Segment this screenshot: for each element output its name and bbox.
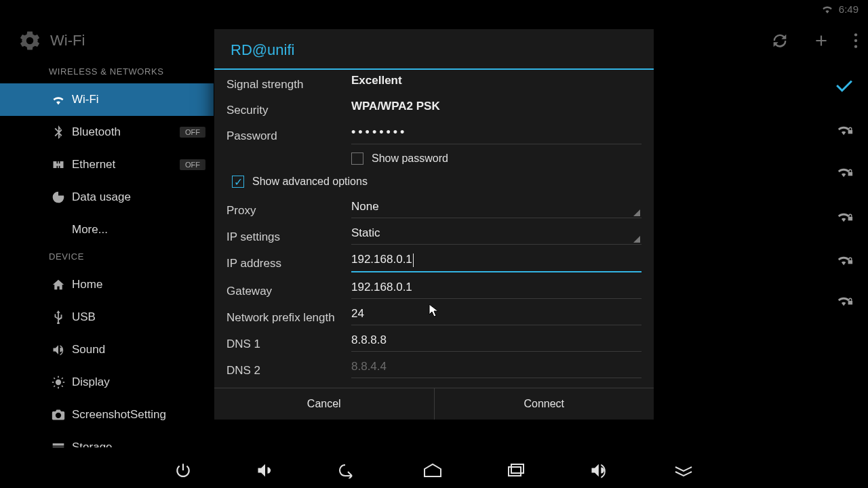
- password-field[interactable]: ••••••••: [351, 125, 642, 144]
- value-security: WPA/WPA2 PSK: [351, 100, 642, 113]
- sidebar-item-label: Bluetooth: [72, 125, 121, 139]
- connect-button[interactable]: Connect: [434, 388, 654, 420]
- dialog-title: RD@unifi: [214, 29, 654, 70]
- collapse-icon[interactable]: [673, 464, 694, 477]
- prefix-field[interactable]: 24: [351, 307, 642, 325]
- checkbox-checked-icon: ✓: [232, 176, 244, 188]
- section-wireless-networks: WIRELESS & NETWORKS: [0, 61, 214, 83]
- network-wifi-lock-icon: [837, 252, 853, 266]
- label-signal-strength: Signal strength: [226, 74, 351, 92]
- wifi-config-dialog: RD@unifi Signal strength Excellent Secur…: [214, 28, 654, 420]
- dns2-field[interactable]: 8.8.4.4: [351, 360, 642, 378]
- label-ip-settings: IP settings: [226, 226, 351, 244]
- sidebar-item-label: ScreenshotSetting: [72, 408, 166, 422]
- volume-down-icon[interactable]: [256, 462, 275, 479]
- svg-point-3: [56, 380, 61, 385]
- power-icon[interactable]: [174, 462, 192, 479]
- ip-address-field[interactable]: 192.168.0.1: [351, 253, 642, 272]
- show-advanced-label: Show advanced options: [252, 176, 368, 188]
- svg-rect-17: [848, 217, 852, 221]
- home-icon: [49, 279, 68, 291]
- sidebar-item-more[interactable]: More...: [0, 214, 214, 246]
- off-badge: OFF: [180, 159, 205, 170]
- label-gateway: Gateway: [226, 281, 351, 298]
- network-connected-indicator: [835, 79, 853, 92]
- sidebar-item-label: Sound: [72, 343, 105, 357]
- svg-rect-15: [848, 130, 852, 134]
- check-icon: [835, 79, 853, 92]
- svg-line-11: [62, 378, 63, 379]
- display-icon: [49, 375, 68, 389]
- ip-settings-spinner[interactable]: Static: [351, 226, 642, 245]
- wifi-icon: [49, 94, 68, 105]
- ethernet-icon: [49, 159, 68, 170]
- system-nav-bar: [0, 453, 868, 488]
- show-advanced-checkbox[interactable]: ✓ Show advanced options: [232, 176, 368, 188]
- label-security: Security: [226, 100, 351, 117]
- svg-rect-18: [848, 260, 852, 264]
- network-wifi-lock-icon: [837, 122, 853, 136]
- svg-line-10: [54, 386, 55, 387]
- svg-line-9: [62, 386, 63, 387]
- storage-icon: [49, 442, 68, 447]
- sidebar-item-label: Ethernet: [72, 158, 115, 171]
- proxy-spinner[interactable]: None: [351, 200, 642, 218]
- label-dns1: DNS 1: [226, 333, 351, 351]
- sidebar-item-screenshot[interactable]: ScreenshotSetting: [0, 399, 214, 431]
- label-dns2: DNS 2: [226, 360, 351, 378]
- sidebar-item-home[interactable]: Home: [0, 268, 214, 301]
- sidebar-item-wifi[interactable]: Wi-Fi: [0, 83, 214, 116]
- bluetooth-icon: [49, 125, 68, 139]
- sidebar-item-label: Wi-Fi: [72, 93, 99, 106]
- show-password-checkbox[interactable]: Show password: [351, 152, 448, 165]
- usb-icon: [49, 310, 68, 324]
- volume-up-icon[interactable]: [589, 462, 610, 479]
- svg-rect-20: [509, 467, 521, 476]
- svg-rect-12: [53, 443, 64, 445]
- sidebar-item-label: Display: [72, 375, 110, 389]
- section-device: DEVICE: [0, 246, 214, 268]
- camera-icon: [49, 409, 68, 420]
- label-proxy: Proxy: [226, 200, 351, 218]
- svg-rect-16: [848, 172, 852, 176]
- label-prefix-length: Network prefix length: [226, 307, 351, 325]
- sidebar-item-display[interactable]: Display: [0, 366, 214, 399]
- cancel-button[interactable]: Cancel: [214, 388, 434, 420]
- sidebar-item-label: More...: [72, 223, 108, 237]
- svg-rect-21: [511, 464, 524, 473]
- off-badge: OFF: [180, 127, 205, 138]
- svg-line-8: [54, 378, 55, 379]
- svg-rect-19: [848, 301, 852, 305]
- sidebar-item-bluetooth[interactable]: Bluetooth OFF: [0, 116, 214, 148]
- home-nav-icon[interactable]: [422, 463, 443, 478]
- sidebar-item-label: USB: [72, 310, 96, 324]
- sidebar-item-label: Home: [72, 278, 102, 291]
- sidebar-item-data-usage[interactable]: Data usage: [0, 181, 214, 214]
- sidebar-item-storage[interactable]: Storage: [0, 431, 214, 447]
- label-ip-address: IP address: [226, 253, 351, 270]
- sidebar-item-usb[interactable]: USB: [0, 301, 214, 333]
- network-wifi-lock-icon: [837, 209, 853, 222]
- value-signal-strength: Excellent: [351, 74, 642, 87]
- sidebar-item-sound[interactable]: Sound: [0, 333, 214, 366]
- back-icon[interactable]: [338, 462, 359, 479]
- sidebar-item-label: Data usage: [72, 190, 131, 204]
- sound-icon: [49, 344, 68, 356]
- sidebar: WIRELESS & NETWORKS Wi-Fi Bluetooth OFF …: [0, 61, 214, 447]
- gateway-field[interactable]: 192.168.0.1: [351, 281, 642, 299]
- dns1-field[interactable]: 8.8.8.8: [351, 333, 642, 352]
- network-wifi-lock-icon: [837, 164, 853, 178]
- checkbox-icon: [351, 152, 363, 165]
- svg-rect-13: [53, 447, 64, 447]
- label-password: Password: [226, 125, 351, 143]
- recents-icon[interactable]: [507, 463, 526, 478]
- data-usage-icon: [49, 190, 68, 204]
- sidebar-item-label: Storage: [72, 441, 113, 447]
- sidebar-item-ethernet[interactable]: Ethernet OFF: [0, 148, 214, 181]
- show-password-label: Show password: [372, 152, 448, 165]
- network-wifi-lock-icon: [837, 293, 853, 306]
